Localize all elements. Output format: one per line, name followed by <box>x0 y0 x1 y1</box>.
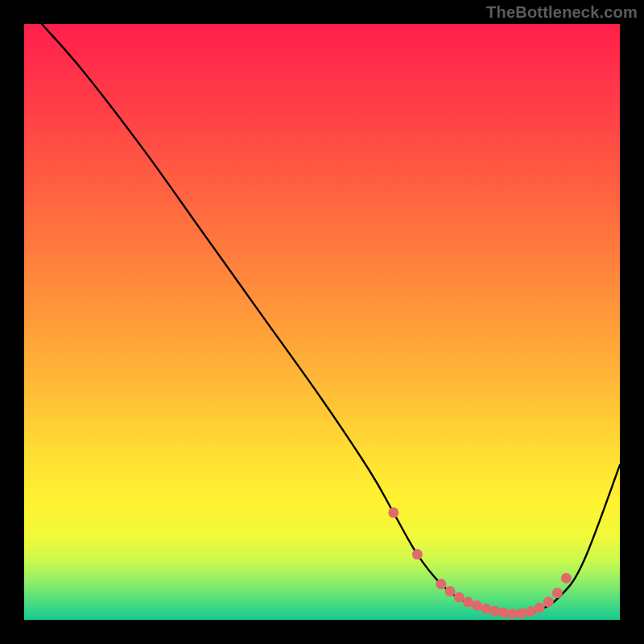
valley-dot <box>445 586 456 597</box>
valley-dot <box>388 507 398 518</box>
valley-dot <box>454 592 464 602</box>
valley-dot <box>526 606 536 617</box>
watermark-text: TheBottleneck.com <box>486 3 638 22</box>
valley-dot <box>489 605 500 616</box>
valley-dot <box>543 597 554 607</box>
valley-dot <box>535 603 545 613</box>
valley-dot <box>561 573 572 584</box>
valley-dot <box>463 597 473 607</box>
gradient-background <box>24 24 620 620</box>
valley-dot <box>516 608 526 618</box>
valley-dot <box>436 579 447 589</box>
chart-container <box>24 24 620 620</box>
valley-dot <box>498 608 509 618</box>
bottleneck-chart <box>24 24 620 620</box>
valley-dot <box>481 603 491 613</box>
valley-dot <box>552 588 563 598</box>
valley-dot <box>472 601 482 611</box>
app-frame: TheBottleneck.com <box>0 0 644 644</box>
valley-dot <box>412 549 423 559</box>
valley-dot <box>507 609 518 619</box>
